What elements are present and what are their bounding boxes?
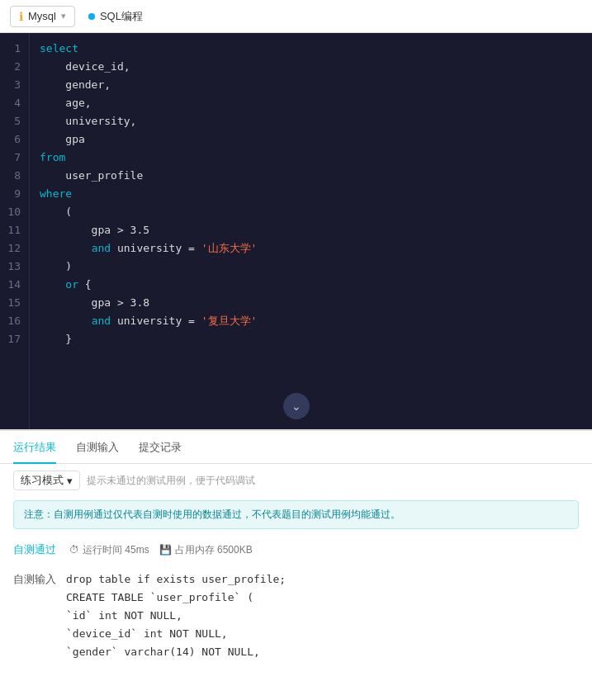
code-line-13: ) — [40, 258, 582, 276]
memory-icon: 💾 — [159, 544, 172, 556]
sql-tab-label: SQL编程 — [100, 9, 143, 24]
selftest-line-5: `gender` varchar(14) NOT NULL, — [66, 643, 286, 661]
code-line-9: where — [40, 185, 582, 203]
code-line-1: select — [40, 40, 582, 58]
code-line-12: and university = '山东大学' — [40, 239, 582, 258]
selftest-content: drop table if exists user_profile; CREAT… — [66, 570, 286, 661]
header-bar: ℹ Mysql ▾ SQL编程 — [0, 0, 592, 33]
bottom-panel: 运行结果 自测输入 提交记录 练习模式 ▾ 提示未通过的测试用例，便于代码调试 … — [0, 429, 592, 700]
selftest-line-2: CREATE TABLE `user_profile` ( — [66, 589, 286, 607]
code-line-8: user_profile — [40, 167, 582, 185]
code-line-4: age, — [40, 94, 582, 112]
notice-box: 注意：自测用例通过仅代表自测时使用的数据通过，不代表题目的测试用例均能通过。 — [13, 500, 579, 529]
tab-submit-history[interactable]: 提交记录 — [139, 431, 182, 464]
code-line-15: gpa > 3.8 — [40, 294, 582, 312]
clock-icon: ⏱ — [69, 544, 79, 556]
code-line-17: } — [40, 330, 582, 348]
db-name: Mysql — [28, 10, 56, 22]
run-time-meta: ⏱ 运行时间 45ms — [69, 543, 149, 557]
selftest-line-4: `device_id` int NOT NULL, — [66, 625, 286, 643]
result-bar: 自测通过 ⏱ 运行时间 45ms 💾 占用内存 6500KB — [0, 536, 592, 564]
chevron-down-icon: ▾ — [61, 11, 66, 21]
line-numbers: 12345 678910 1112131415 1617 — [0, 33, 30, 429]
selftest-line-1: drop table if exists user_profile; — [66, 570, 286, 589]
mode-hint: 提示未通过的测试用例，便于代码调试 — [87, 474, 255, 488]
code-line-3: gender, — [40, 76, 582, 94]
tab-dot — [88, 13, 95, 20]
selftest-line-3: `id` int NOT NULL, — [66, 607, 286, 625]
result-status: 自测通过 — [13, 542, 56, 557]
memory-meta: 💾 占用内存 6500KB — [159, 543, 253, 557]
mode-label: 练习模式 — [21, 473, 64, 488]
code-lines: select device_id, gender, age, universit… — [30, 33, 592, 429]
code-line-10: ( — [40, 203, 582, 221]
result-meta: ⏱ 运行时间 45ms 💾 占用内存 6500KB — [69, 543, 253, 557]
db-selector[interactable]: ℹ Mysql ▾ — [10, 6, 75, 27]
code-line-16: and university = '复旦大学' — [40, 312, 582, 330]
code-line-5: university, — [40, 112, 582, 130]
tab-self-test[interactable]: 自测输入 — [76, 431, 119, 464]
tab-run-result[interactable]: 运行结果 — [13, 431, 56, 464]
memory-label: 占用内存 6500KB — [175, 543, 253, 557]
code-line-2: device_id, — [40, 58, 582, 76]
selftest-area: 自测输入 drop table if exists user_profile; … — [0, 564, 592, 668]
mode-selector[interactable]: 练习模式 ▾ — [13, 471, 80, 490]
sql-tab[interactable]: SQL编程 — [88, 9, 143, 24]
db-icon: ℹ — [19, 10, 23, 23]
tabs-bar: 运行结果 自测输入 提交记录 — [0, 431, 592, 464]
code-line-14: or { — [40, 276, 582, 294]
selftest-label: 自测输入 — [13, 572, 56, 661]
code-editor[interactable]: 12345 678910 1112131415 1617 select devi… — [0, 33, 592, 429]
code-line-6: gpa — [40, 130, 582, 149]
notice-text: 注意：自测用例通过仅代表自测时使用的数据通过，不代表题目的测试用例均能通过。 — [24, 508, 400, 520]
mode-chevron-icon: ▾ — [67, 475, 73, 487]
run-time-label: 运行时间 45ms — [83, 543, 149, 557]
code-line-7: from — [40, 149, 582, 167]
scroll-down-button[interactable]: ⌄ — [283, 393, 310, 419]
code-line-11: gpa > 3.5 — [40, 221, 582, 239]
code-content: 12345 678910 1112131415 1617 select devi… — [0, 33, 592, 429]
mode-bar: 练习模式 ▾ 提示未通过的测试用例，便于代码调试 — [0, 464, 592, 497]
